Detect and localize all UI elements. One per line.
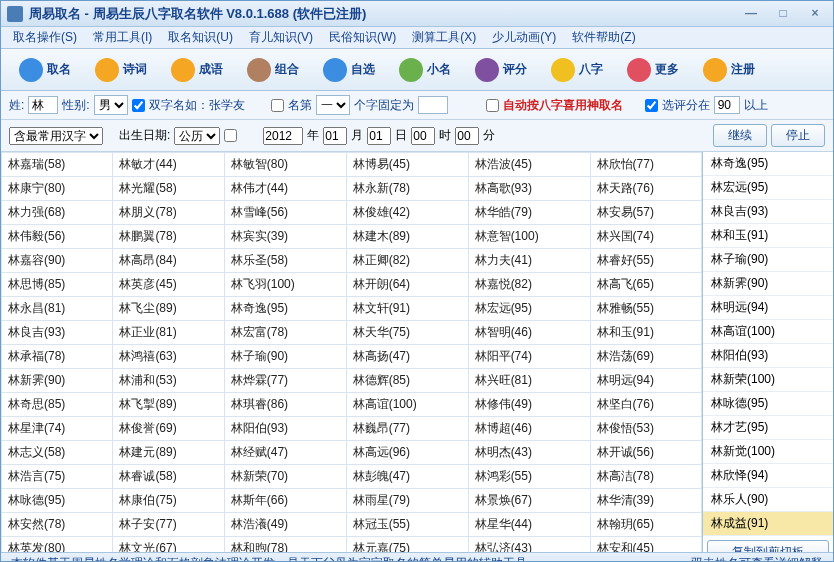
name-cell[interactable]: 林华清(39) [590,489,701,513]
name-cell[interactable]: 林天路(76) [590,177,701,201]
name-cell[interactable]: 林敏才(44) [113,153,224,177]
year-input[interactable] [263,127,303,145]
name-cell[interactable]: 林经赋(47) [224,441,346,465]
name-cell[interactable]: 林永新(78) [346,177,468,201]
side-item[interactable]: 林成益(91) [703,512,833,536]
maximize-button[interactable]: □ [771,6,795,22]
ming-first-select[interactable]: 一 [316,95,350,115]
name-cell[interactable]: 林明远(94) [590,369,701,393]
name-cell[interactable]: 林星华(44) [468,513,590,537]
name-cell[interactable]: 林文轩(91) [346,297,468,321]
name-cell[interactable]: 林安和(45) [590,537,701,553]
name-cell[interactable]: 林安易(57) [590,201,701,225]
name-cell[interactable]: 林新霁(90) [2,369,113,393]
name-cell[interactable]: 林高飞(65) [590,273,701,297]
copy-clipboard-button[interactable]: 复制到剪切板 [707,540,829,552]
name-cell[interactable]: 林康伯(75) [113,489,224,513]
name-cell[interactable]: 林奇逸(95) [224,297,346,321]
side-item[interactable]: 林乐人(90) [703,488,833,512]
name-cell[interactable]: 林浩荡(69) [590,345,701,369]
continue-button[interactable]: 继续 [713,124,767,147]
side-item[interactable]: 林欣怿(94) [703,464,833,488]
name-cell[interactable]: 林华皓(79) [468,201,590,225]
name-cell[interactable]: 林景焕(67) [468,489,590,513]
side-item[interactable]: 林才艺(95) [703,416,833,440]
name-cell[interactable]: 林浩言(75) [2,465,113,489]
name-cell[interactable]: 林雅畅(55) [590,297,701,321]
name-cell[interactable]: 林朋义(78) [113,201,224,225]
name-cell[interactable]: 林子安(77) [113,513,224,537]
menu-item[interactable]: 软件帮助(Z) [564,27,643,48]
side-item[interactable]: 林明远(94) [703,296,833,320]
name-cell[interactable]: 林康宁(80) [2,177,113,201]
month-input[interactable] [323,127,347,145]
fixed-char-input[interactable] [418,96,448,114]
score-input[interactable] [714,96,740,114]
name-cell[interactable]: 林思博(85) [2,273,113,297]
name-cell[interactable]: 林良吉(93) [2,321,113,345]
side-item[interactable]: 林奇逸(95) [703,152,833,176]
name-cell[interactable]: 林彭魄(47) [346,465,468,489]
name-cell[interactable]: 林高洁(78) [590,465,701,489]
name-cell[interactable]: 林建木(89) [346,225,468,249]
name-cell[interactable]: 林飞掣(89) [113,393,224,417]
name-cell[interactable]: 林天华(75) [346,321,468,345]
name-cell[interactable]: 林安然(78) [2,513,113,537]
name-cell[interactable]: 林欣怡(77) [590,153,701,177]
name-cell[interactable]: 林冠玉(55) [346,513,468,537]
name-cell[interactable]: 林开诚(56) [590,441,701,465]
name-cell[interactable]: 林新荣(70) [224,465,346,489]
name-cell[interactable]: 林高昂(84) [113,249,224,273]
name-cell[interactable]: 林兴国(74) [590,225,701,249]
name-cell[interactable]: 林开朗(64) [346,273,468,297]
toolbar-自选[interactable]: 自选 [313,54,385,86]
name-cell[interactable]: 林飞羽(100) [224,273,346,297]
name-cell[interactable]: 林乐圣(58) [224,249,346,273]
name-cell[interactable]: 林睿诚(58) [113,465,224,489]
name-cell[interactable]: 林志义(58) [2,441,113,465]
name-cell[interactable]: 林雨星(79) [346,489,468,513]
name-cell[interactable]: 林睿好(55) [590,249,701,273]
name-cell[interactable]: 林伟才(44) [224,177,346,201]
name-cell[interactable]: 林巍昂(77) [346,417,468,441]
name-cell[interactable]: 林博易(45) [346,153,468,177]
name-cell[interactable]: 林宏富(78) [224,321,346,345]
calendar-checkbox[interactable] [224,129,237,142]
menu-item[interactable]: 育儿知识(V) [241,27,321,48]
name-cell[interactable]: 林智明(46) [468,321,590,345]
toolbar-评分[interactable]: 评分 [465,54,537,86]
name-cell[interactable]: 林力强(68) [2,201,113,225]
menu-item[interactable]: 常用工具(I) [85,27,160,48]
side-item[interactable]: 林宏远(95) [703,176,833,200]
toolbar-八字[interactable]: 八字 [541,54,613,86]
hanzi-mode-select[interactable]: 含最常用汉字 [9,127,103,145]
name-cell[interactable]: 林嘉瑞(58) [2,153,113,177]
score-checkbox[interactable] [645,99,658,112]
name-cell[interactable]: 林正卿(82) [346,249,468,273]
name-cell[interactable]: 林嘉容(90) [2,249,113,273]
side-item[interactable]: 林咏德(95) [703,392,833,416]
name-cell[interactable]: 林意智(100) [468,225,590,249]
name-cell[interactable]: 林琪睿(86) [224,393,346,417]
side-item[interactable]: 林新霁(90) [703,272,833,296]
name-cell[interactable]: 林咏德(95) [2,489,113,513]
name-cell[interactable]: 林修伟(49) [468,393,590,417]
name-cell[interactable]: 林俊誉(69) [113,417,224,441]
name-cell[interactable]: 林斯年(66) [224,489,346,513]
name-cell[interactable]: 林俊悟(53) [590,417,701,441]
name-cell[interactable]: 林坚白(76) [590,393,701,417]
name-cell[interactable]: 林俊雄(42) [346,201,468,225]
toolbar-组合[interactable]: 组合 [237,54,309,86]
stop-button[interactable]: 停止 [771,124,825,147]
side-item[interactable]: 林高谊(100) [703,320,833,344]
name-cell[interactable]: 林光耀(58) [113,177,224,201]
toolbar-取名[interactable]: 取名 [9,54,81,86]
name-cell[interactable]: 林兴旺(81) [468,369,590,393]
toolbar-小名[interactable]: 小名 [389,54,461,86]
calendar-select[interactable]: 公历 [174,127,220,145]
name-cell[interactable]: 林弘济(43) [468,537,590,553]
auto-bazi-checkbox[interactable] [486,99,499,112]
side-item[interactable]: 林和玉(91) [703,224,833,248]
name-cell[interactable]: 林奇思(85) [2,393,113,417]
name-cell[interactable]: 林鸿禧(63) [113,345,224,369]
